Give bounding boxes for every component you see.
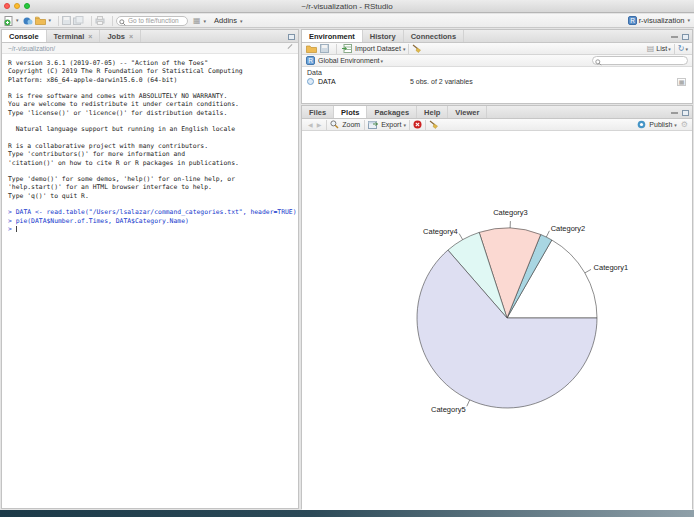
desktop-background-strip [0,510,694,517]
object-row-DATA[interactable]: DATA 5 obs. of 2 variables ▦ [302,77,692,86]
maximize-panel-icon[interactable] [288,34,295,40]
close-tab-icon[interactable]: × [88,33,92,40]
addins-menu[interactable]: Addins ▾ [214,16,242,25]
edit-icon[interactable] [288,44,293,49]
tab-connections[interactable]: Connections [404,30,464,42]
tab-label: Connections [411,32,456,41]
minimize-panel-icon[interactable] [671,112,678,114]
tab-jobs[interactable]: Jobs× [100,30,141,42]
save-workspace-icon[interactable] [320,44,329,53]
addins-label: Addins [214,16,237,25]
refresh-icon[interactable]: ↻ [678,44,685,53]
object-name[interactable]: DATA [318,78,410,85]
pie-label-category4: Category4 [423,227,458,236]
new-file-dropdown[interactable]: ▾ [16,17,19,23]
export-plot-button[interactable]: Export [381,121,401,128]
save-icon [62,16,71,26]
environment-panel: EnvironmentHistoryConnections Import Dat… [301,29,693,104]
pie-label-category5: Category5 [431,405,466,414]
minimize-panel-icon[interactable] [671,36,678,38]
console-tabbar: ConsoleTerminal×Jobs× [2,30,298,43]
pie-label-leader [546,231,549,237]
scope-selector[interactable]: Global Environment [318,57,379,64]
new-file-icon[interactable] [4,15,13,25]
environment-scope-row: R Global Environment ▾ [302,55,692,67]
project-cube-icon: R [628,16,637,26]
tab-label: History [370,32,396,41]
goto-file-input[interactable] [116,16,188,26]
tab-plots[interactable]: Plots [334,106,367,118]
load-workspace-icon[interactable] [306,44,317,53]
scope-dropdown[interactable]: ▾ [380,58,383,64]
console-output-line: R is a collaborative project with many c… [8,142,292,150]
console-output-line [8,134,292,142]
import-dataset-button[interactable]: Import Dataset [355,45,401,52]
maximize-panel-icon[interactable] [682,34,689,40]
pane-layout-icon[interactable]: ▦ [193,16,201,25]
publish-icon [637,120,646,129]
tab-viewer[interactable]: Viewer [448,106,487,118]
console-input-line: > DATA <- read.table("/Users/lsalazar/co… [8,208,292,216]
refresh-dropdown[interactable]: ▾ [685,46,688,52]
project-label: r-visualization [639,16,685,25]
publish-dropdown[interactable]: ▾ [674,122,677,128]
tab-help[interactable]: Help [417,106,448,118]
r-cube-icon: R [306,56,315,65]
tab-label: Environment [309,32,355,41]
recent-files-dropdown[interactable]: ▾ [49,17,52,23]
tab-label: Viewer [455,108,479,117]
tab-terminal[interactable]: Terminal× [47,30,101,42]
publish-button[interactable]: Publish [649,121,672,128]
console-panel: ConsoleTerminal×Jobs× ~/r-visualization/… [1,29,299,509]
project-menu[interactable]: R r-visualization ▾ [628,16,690,26]
export-plot-icon[interactable] [368,120,378,129]
main-toolbar: ▾ ▾ ▦ ▾ Addins ▾ [0,14,694,28]
search-icon [119,18,126,27]
pie-label-category1: Category1 [594,263,629,272]
pie-label-category2: Category2 [551,224,586,233]
view-table-icon[interactable]: ▦ [677,78,686,86]
environment-search[interactable] [592,56,688,65]
tab-packages[interactable]: Packages [367,106,417,118]
maximize-panel-icon[interactable] [682,110,689,116]
search-icon [595,58,602,66]
open-file-icon[interactable] [35,16,46,26]
console-working-directory: ~/r-visualization/ [2,43,298,54]
pane-layout-dropdown[interactable]: ▾ [204,18,207,24]
console-output-line: 'citation()' on how to cite R or R packa… [8,159,292,167]
close-window-button[interactable] [4,3,10,9]
console-output[interactable]: R version 3.6.1 (2019-07-05) -- "Action … [2,54,298,238]
console-output-line [8,167,292,175]
clear-plots-broom-icon[interactable] [429,120,438,129]
zoom-plot-icon[interactable] [330,120,339,129]
view-mode-button[interactable]: List [656,45,667,52]
close-tab-icon[interactable]: × [129,33,133,40]
tab-files[interactable]: Files [302,106,334,118]
dataframe-expand-icon[interactable] [307,78,314,85]
plot-viewport: Category1Category2Category3Category4Cate… [302,131,692,517]
new-project-icon[interactable] [23,15,33,25]
pie-label-category3: Category3 [493,208,528,217]
previous-plot-icon: ◀ [308,121,313,128]
tab-label: Console [9,32,39,41]
tab-environment[interactable]: Environment [302,30,363,42]
import-dataset-dropdown[interactable]: ▾ [403,46,406,52]
remove-plot-icon[interactable] [413,120,422,129]
tab-console[interactable]: Console [2,30,47,42]
working-directory-path: ~/r-visualization/ [8,45,55,52]
view-mode-dropdown[interactable]: ▾ [668,46,671,52]
tab-history[interactable]: History [363,30,404,42]
minimize-window-button[interactable] [14,3,20,9]
console-output-line [8,200,292,208]
clear-objects-broom-icon[interactable] [412,44,421,53]
console-input-line: > pie(DATA$Number.of.Times, DATA$Categor… [8,217,292,225]
zoom-window-button[interactable] [24,3,30,9]
pie-label-leader [467,400,470,406]
import-dataset-icon[interactable] [342,44,352,53]
zoom-plot-button[interactable]: Zoom [342,121,360,128]
environment-search-input[interactable] [592,56,688,65]
console-output-line: Natural language support but running in … [8,125,292,133]
console-output-line: Type 'demo()' for some demos, 'help()' f… [8,175,292,183]
goto-file-search[interactable] [116,16,188,26]
export-dropdown[interactable]: ▾ [403,122,406,128]
